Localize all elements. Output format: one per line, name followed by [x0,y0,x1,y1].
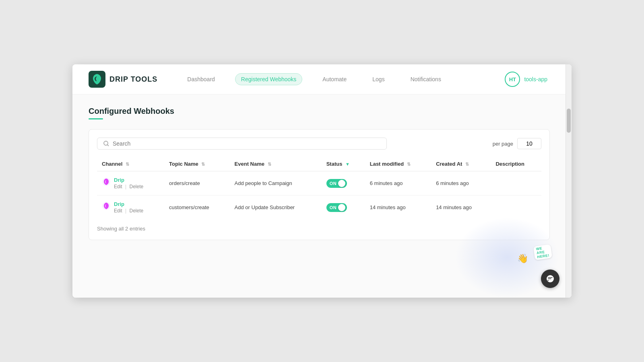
col-last-modified[interactable]: Last modified ⇅ [365,157,431,171]
sort-icon-channel: ⇅ [126,162,129,167]
drip-logo-icon [102,177,111,186]
table-row: Drip Edit | Delete orders/create Add peo… [97,171,541,195]
col-topic-name[interactable]: Topic Name ⇅ [164,157,230,171]
cell-modified-1: 14 minutes ago [365,195,431,220]
cell-created-0: 6 minutes ago [431,171,491,195]
cell-modified-0: 6 minutes ago [365,171,431,195]
avatar[interactable]: HT [505,72,520,87]
chat-badge: We Are Here! [533,244,552,260]
col-channel[interactable]: Channel ⇅ [97,157,164,171]
search-icon [103,140,109,147]
chat-widget: We Are Here! 👋 [541,269,559,288]
webhooks-table: Channel ⇅ Topic Name ⇅ Event Name ⇅ St [97,157,541,219]
col-description: Description [491,157,541,171]
logo-icon [89,71,105,88]
col-event-name[interactable]: Event Name ⇅ [230,157,322,171]
nav-logs[interactable]: Logs [367,74,390,85]
nav-automate[interactable]: Automate [317,74,352,85]
channel-name: Drip [114,201,143,207]
cell-channel-0: Drip Edit | Delete [97,171,164,195]
channel-actions: Edit | Delete [114,184,143,189]
table-row: Drip Edit | Delete customers/create Add … [97,195,541,220]
chat-button[interactable] [541,269,559,288]
sort-icon-status: ▼ [345,162,350,167]
cell-desc-0 [491,171,541,195]
per-page-wrap: per page [493,138,541,149]
page-title: Configured Webhooks [89,107,555,116]
cell-topic-0: orders/create [164,171,230,195]
drip-logo-icon [102,202,111,210]
sort-icon-topic: ⇅ [201,162,205,167]
title-underline [89,118,103,119]
sort-icon-created: ⇅ [465,162,469,167]
app-title: DRIP TOOLS [109,75,157,84]
per-page-label: per page [493,141,513,147]
logo-area: DRIP TOOLS [89,71,157,88]
chat-icon [546,274,555,283]
cell-status-1: ON [322,195,365,220]
cell-created-1: 14 minutes ago [431,195,491,220]
chat-emoji: 👋 [517,253,528,264]
table-footer: Showing all 2 entries [97,226,541,232]
cell-topic-1: customers/create [164,195,230,220]
channel-actions: Edit | Delete [114,208,143,214]
user-area: HT tools-app [505,72,547,87]
table-header-row: Channel ⇅ Topic Name ⇅ Event Name ⇅ St [97,157,541,171]
search-input[interactable] [113,140,381,147]
sort-icon-event: ⇅ [268,162,271,167]
table-controls: per page [97,138,541,150]
delete-link[interactable]: Delete [130,208,144,214]
sort-icon-modified: ⇅ [407,162,411,167]
cell-channel-1: Drip Edit | Delete [97,195,164,220]
channel-name: Drip [114,177,143,183]
cell-status-0: ON [322,171,365,195]
status-toggle[interactable]: ON [326,203,347,212]
header: DRIP TOOLS Dashboard Registered Webhooks… [72,64,572,95]
user-label: tools-app [524,76,547,82]
page-title-wrap: Configured Webhooks [89,107,555,119]
edit-link[interactable]: Edit [114,208,122,214]
search-wrap [97,138,387,150]
svg-line-2 [107,145,109,146]
per-page-input[interactable] [517,138,541,149]
cell-desc-1 [491,195,541,220]
col-status[interactable]: Status ▼ [322,157,365,171]
table-container: per page Channel ⇅ Topic Name ⇅ [89,129,550,240]
main-content: Configured Webhooks per page [72,95,572,298]
nav-registered-webhooks[interactable]: Registered Webhooks [235,73,302,85]
nav-notifications[interactable]: Notifications [405,74,447,85]
edit-link[interactable]: Edit [114,184,122,189]
delete-link[interactable]: Delete [130,184,144,189]
status-toggle[interactable]: ON [326,179,347,188]
cell-event-1: Add or Update Subscriber [230,195,322,220]
col-created-at[interactable]: Created At ⇅ [431,157,491,171]
main-nav: Dashboard Registered Webhooks Automate L… [182,73,505,85]
cell-event-0: Add people to Campaign [230,171,322,195]
nav-dashboard[interactable]: Dashboard [182,74,221,85]
entries-count: Showing all 2 entries [97,226,145,232]
